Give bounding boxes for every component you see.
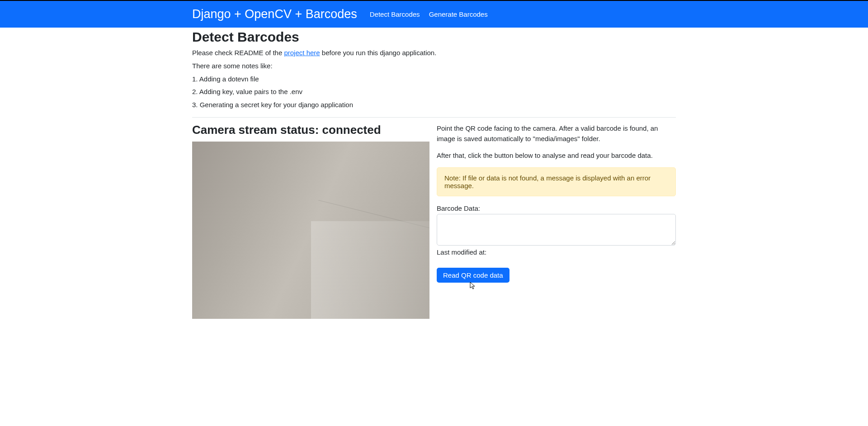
stream-status-label: Camera stream status:	[192, 123, 322, 137]
intro-paragraph: Please check README of the project here …	[192, 47, 676, 59]
camera-feed	[192, 142, 429, 319]
read-qr-button[interactable]: Read QR code data	[437, 268, 509, 283]
nav-link-detect-barcodes[interactable]: Detect Barcodes	[370, 10, 420, 18]
project-link[interactable]: project here	[284, 49, 320, 57]
nav-link-generate-barcodes[interactable]: Generate Barcodes	[429, 10, 488, 18]
instruction-1: Point the QR code facing to the camera. …	[437, 123, 676, 144]
intro-prefix: Please check README of the	[192, 49, 284, 57]
barcode-data-textarea[interactable]	[437, 214, 676, 246]
note-3: 3. Generating a secret key for your djan…	[192, 99, 676, 111]
note-2: 2. Adding key, value pairs to the .env	[192, 86, 676, 98]
page-title: Detect Barcodes	[192, 29, 676, 45]
barcode-data-label: Barcode Data:	[437, 204, 676, 212]
last-modified-label: Last modified at:	[437, 248, 676, 256]
note-1: 1. Adding a dotevn file	[192, 74, 676, 85]
controls-column: Point the QR code facing to the camera. …	[437, 123, 676, 319]
instruction-2: After that, click the button below to an…	[437, 150, 676, 161]
navbar: Django + OpenCV + Barcodes Detect Barcod…	[0, 1, 868, 28]
notes-heading: There are some notes like:	[192, 61, 676, 72]
intro-suffix: before you run this django application.	[320, 49, 437, 57]
camera-column: Camera stream status: connected	[192, 123, 429, 319]
stream-status-value: connected	[322, 123, 381, 137]
alert-note: Note: If file or data is not found, a me…	[437, 167, 676, 196]
navbar-brand[interactable]: Django + OpenCV + Barcodes	[192, 7, 357, 21]
stream-status-heading: Camera stream status: connected	[192, 123, 429, 137]
divider	[192, 117, 676, 118]
